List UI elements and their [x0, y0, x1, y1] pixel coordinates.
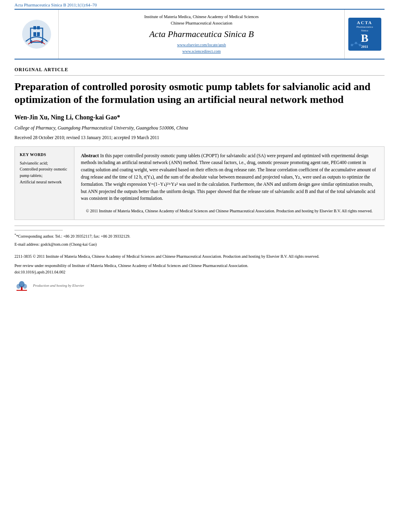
issn-line: 2211-3835 © 2011 Institute of Materia Me…: [14, 253, 385, 260]
svg-rect-5: [37, 26, 40, 29]
abstract-label: Abstract: [81, 153, 99, 158]
logo-left: [14, 10, 59, 59]
citation-text: Acta Pharmaceutica Sinica B 2011;1(1):64…: [14, 2, 97, 7]
copyright-line: © 2011 Institute of Materia Medica, Chin…: [81, 208, 378, 214]
elsevier-tagline: Production and hosting by Elsevier: [33, 283, 84, 288]
badge-year: 2011: [361, 45, 368, 49]
svg-rect-3: [37, 32, 40, 36]
top-citation: Acta Pharmaceutica Sinica B 2011;1(1):64…: [0, 0, 399, 9]
abstract-text-box: Abstract In this paper controlled porosi…: [74, 147, 384, 220]
badge-text: ACTA Pharmaceutica Sinica: [356, 20, 373, 33]
footer-legal: 2211-3835 © 2011 Institute of Materia Me…: [0, 249, 399, 275]
main-content: ORIGINAL ARTICLE Preparation of controll…: [0, 60, 399, 220]
abstract-section: KEY WORDS Salvianolic acid; Controlled p…: [14, 146, 385, 220]
journal-logo-icon: [19, 18, 55, 50]
header-links: www.elsevier.com/locate/apsb www.science…: [177, 42, 226, 55]
article-dates: Received 28 October 2010; revised 13 Jan…: [14, 135, 385, 140]
page: Acta Pharmaceutica Sinica B 2011;1(1):64…: [0, 0, 399, 532]
svg-rect-4: [33, 26, 36, 29]
institution-name: Institute of Materia Medica, Chinese Aca…: [144, 14, 259, 27]
section-divider: [14, 226, 385, 226]
footnote-divider: [14, 230, 63, 230]
article-type: ORIGINAL ARTICLE: [14, 67, 385, 76]
footnote-section: **Corresponding author. Tel.: +86 20 393…: [0, 230, 399, 247]
link-sciencedirect[interactable]: www.sciencedirect.com: [182, 49, 220, 53]
keyword-1: Salvianolic acid;: [20, 160, 69, 166]
logo-right: ACTA Pharmaceutica Sinica B 2011: [344, 10, 385, 59]
keyword-3: Artificial neural network: [20, 179, 69, 185]
acta-badge: ACTA Pharmaceutica Sinica B 2011: [348, 18, 381, 51]
journal-title: Acta Pharmaceutica Sinica B: [149, 29, 254, 39]
journal-header: Institute of Materia Medica, Chinese Aca…: [14, 9, 385, 60]
svg-rect-18: [16, 290, 27, 291]
keywords-list: Salvianolic acid; Controlled porosity os…: [20, 160, 69, 185]
link-apsb[interactable]: www.elsevier.com/locate/apsb: [177, 43, 226, 47]
svg-point-17: [23, 284, 27, 289]
header-center: Institute of Materia Medica, Chinese Aca…: [59, 10, 344, 59]
abstract-body: In this paper controlled porosity osmoti…: [81, 153, 376, 201]
svg-point-0: [22, 20, 51, 49]
article-title: Preparation of controlled porosity osmot…: [14, 80, 385, 107]
email-footnote: E-mail address: godck@tom.com (Chong-kai…: [14, 241, 385, 248]
article-authors: Wen-Jin Xu, Ning Li, Chong-kai Gao*: [14, 114, 385, 121]
keyword-2: Controlled porosity osmotic pump tablets…: [20, 166, 69, 179]
badge-b: B: [361, 33, 368, 44]
svg-rect-2: [33, 32, 36, 36]
molecule-decoration-icon: [350, 41, 362, 49]
footer-elsevier: Production and hosting by Elsevier: [0, 278, 399, 299]
keywords-title: KEY WORDS: [20, 152, 69, 157]
elsevier-logo-icon: [14, 278, 29, 293]
keywords-box: KEY WORDS Salvianolic acid; Controlled p…: [15, 147, 74, 220]
article-affiliation: College of Pharmacy, Guangdong Pharmaceu…: [14, 125, 385, 131]
peer-review-text: Peer review under responsibility of Inst…: [14, 263, 385, 275]
elsevier-logo: [14, 278, 29, 293]
svg-point-16: [16, 284, 21, 289]
corresponding-author: **Corresponding author. Tel.: +86 20 393…: [14, 233, 385, 240]
